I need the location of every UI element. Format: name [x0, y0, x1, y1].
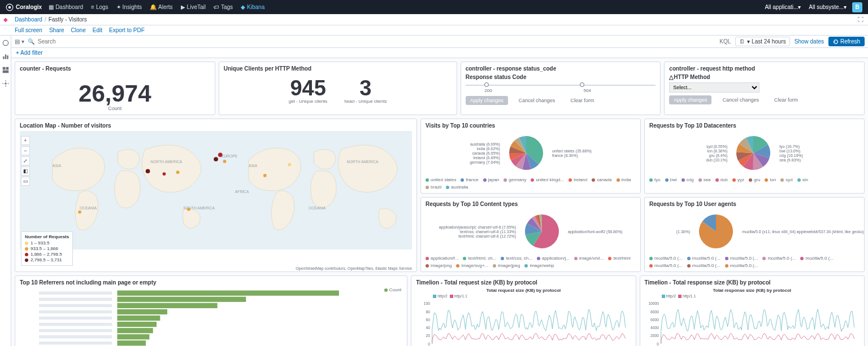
http-method-select[interactable]: Select... [669, 82, 760, 93]
svg-rect-34 [39, 304, 112, 308]
panel-title: Timelion - Total response size (KB) by p… [645, 279, 860, 286]
chart-subtitle: Total response size (KB) by protocol [645, 288, 860, 293]
svg-rect-37 [117, 316, 160, 321]
svg-text:AFRICA: AFRICA [235, 190, 249, 194]
refresh-button[interactable]: Refresh [828, 37, 865, 46]
subsystem-selector[interactable]: All subsyste... ▾ [809, 4, 847, 10]
panel-title: Requests by Top 10 Content types [426, 201, 636, 207]
panel-timelion-request: Timelion - Total request size (KB) by pr… [411, 275, 636, 346]
action-bar: Full screenShareCloneEditExport to PDF [0, 25, 868, 36]
svg-rect-31 [117, 297, 246, 302]
map-zoom-controls: + − ⤢ ◧ ▭ [21, 136, 30, 187]
nav-dashboard[interactable]: ▦Dashboard [49, 4, 83, 10]
svg-text:EUROPE: EUROPE [222, 154, 238, 158]
pie-chart[interactable] [693, 212, 739, 251]
svg-text:4000: 4000 [650, 326, 659, 330]
pie-chart[interactable] [731, 133, 776, 173]
kql-toggle[interactable]: KQL [719, 38, 731, 45]
svg-text:6000: 6000 [650, 318, 659, 322]
svg-text:0: 0 [428, 342, 430, 346]
breadcrumb-root[interactable]: Dashboard [15, 16, 42, 23]
action-export-to-pdf[interactable]: Export to PDF [109, 27, 145, 33]
svg-point-20 [163, 172, 166, 176]
bar-chart[interactable]: 0123456 [20, 288, 402, 346]
svg-point-2 [3, 40, 8, 45]
nav-tags[interactable]: 🏷Tags [214, 4, 233, 10]
nav-insights[interactable]: ✦Insights [116, 4, 142, 10]
time-range-picker[interactable]: 🗓▾ Last 24 hours [735, 37, 789, 46]
app-selector[interactable]: All applicati... ▾ [765, 4, 801, 10]
box-select-button[interactable]: ▭ [21, 177, 30, 186]
avatar[interactable]: B [852, 2, 862, 12]
dashboard-icon[interactable] [2, 66, 10, 74]
panel-counter-requests: counter - Requests 26,974 Count [15, 62, 215, 115]
action-full-screen[interactable]: Full screen [15, 27, 42, 33]
svg-rect-42 [39, 329, 112, 332]
svg-point-27 [78, 211, 81, 214]
add-filter-button[interactable]: + Add filter [16, 50, 43, 56]
nav-livetail[interactable]: ▶LiveTail [181, 4, 206, 10]
discover-icon[interactable] [2, 39, 10, 47]
panel-title: Requests by Top 10 Datacenters [649, 122, 860, 129]
kibana-icon: ◆ [3, 16, 8, 23]
cancel-button[interactable]: Cancel changes [514, 96, 560, 105]
nav-logs[interactable]: ≡Logs [91, 4, 108, 10]
pie-chart[interactable] [504, 133, 549, 173]
zoom-out-button[interactable]: − [21, 146, 30, 155]
query-bar: ▤ ▾ 🔍 KQL 🗓▾ Last 24 hours Show dates Re… [11, 36, 868, 48]
nav-kibana[interactable]: ◆Kibana [241, 4, 264, 10]
action-clone[interactable]: Clone [71, 27, 86, 33]
svg-text:60: 60 [426, 318, 431, 322]
chart-subtitle: Total request size (KB) by protocol [416, 288, 631, 293]
nav-alerts[interactable]: 🔔Alerts [150, 4, 173, 10]
panel-title: controller - request http method [669, 65, 860, 72]
brand-logo[interactable]: Coralogix [6, 3, 42, 11]
search-input[interactable] [37, 37, 720, 46]
layer-button[interactable]: ◧ [21, 167, 30, 176]
panel-req-user-agents: Requests by Top 10 User agents (1.36%) m… [644, 197, 865, 272]
zoom-in-button[interactable]: + [21, 136, 30, 145]
refresh-icon [833, 39, 839, 45]
clear-button[interactable]: Clear form [566, 96, 598, 105]
chevron-down-icon: ▾ [798, 4, 801, 10]
pie-chart[interactable] [519, 212, 565, 251]
visualize-icon[interactable] [2, 52, 10, 60]
top-bar: Coralogix ▦Dashboard≡Logs✦Insights🔔Alert… [0, 0, 868, 14]
svg-text:NORTH AMERICA: NORTH AMERICA [150, 160, 183, 164]
fit-bounds-button[interactable]: ⤢ [21, 156, 30, 165]
svg-point-28 [288, 163, 291, 167]
chart-legend: Count [384, 287, 401, 292]
brand-text: Coralogix [16, 4, 42, 10]
action-edit[interactable]: Edit [93, 27, 102, 33]
svg-text:OCEANIA: OCEANIA [309, 206, 326, 210]
svg-text:8000: 8000 [650, 310, 659, 314]
svg-rect-3 [3, 56, 4, 59]
expand-icon[interactable]: ⛶ [858, 16, 863, 23]
svg-rect-44 [39, 335, 112, 339]
range-slider[interactable] [466, 85, 656, 86]
kibana-sidenav [0, 36, 11, 346]
panel-req-content-types: Requests by Top 10 Content types applica… [420, 197, 641, 272]
line-chart[interactable]: 02040608010008:0010:0012:0014:0016:0018:… [416, 298, 631, 346]
map-attribution: OpenStreetMap contributors, OpenMapTiles… [296, 266, 412, 270]
apply-button[interactable]: Apply changes [466, 96, 508, 105]
svg-rect-41 [117, 328, 153, 333]
line-chart[interactable]: 020004000600080001000008:0010:0012:0014:… [645, 298, 860, 346]
filter-toggle-icon[interactable]: ▤ ▾ [15, 38, 24, 45]
time-range-label: Last 24 hours [752, 38, 786, 45]
action-share[interactable]: Share [49, 27, 64, 33]
svg-rect-36 [39, 310, 112, 314]
show-dates-link[interactable]: Show dates [795, 38, 824, 45]
panel-title: controller - response status_code [466, 65, 656, 72]
svg-point-22 [214, 157, 218, 161]
svg-rect-35 [117, 309, 167, 314]
management-icon[interactable] [2, 80, 10, 87]
svg-point-25 [263, 174, 267, 177]
svg-rect-4 [5, 55, 6, 59]
apply-button[interactable]: Apply changes [669, 95, 711, 104]
clear-button[interactable]: Clear form [770, 95, 802, 104]
world-map[interactable]: ASIA NORTH AMERICA EUROPE AFRICA SOUTH A… [20, 131, 412, 249]
svg-rect-39 [117, 322, 157, 327]
svg-text:OCEANIA: OCEANIA [80, 206, 97, 210]
cancel-button[interactable]: Cancel changes [718, 95, 763, 104]
